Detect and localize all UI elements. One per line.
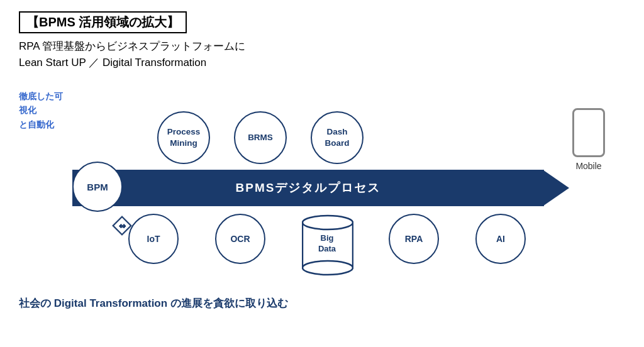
footer-text: 社会の Digital Transformation の進展を貪欲に取り込む (19, 296, 288, 311)
arrow-head (543, 170, 569, 206)
circle-iot: IoT (128, 214, 179, 264)
circle-dashboard: DashBoard (311, 111, 364, 164)
exchange-icon-ai: ⇔ (110, 214, 134, 238)
subtitle-line2: Lean Start UP ／ Digital Transformation (19, 57, 206, 69)
cylinder-bigdata: BigData (302, 214, 352, 274)
subtitle: RPA 管理基盤からビジネスプラットフォームに Lean Start UP ／ … (19, 38, 625, 70)
bottom-item-bigdata: ⇔ BigData (284, 214, 370, 274)
arrow-body: BPMSデジタルプロセス (72, 170, 544, 206)
circle-rpa: RPA (389, 214, 439, 264)
circle-ai: AI (475, 214, 526, 264)
bpms-arrow: BPMSデジタルプロセス (72, 170, 569, 206)
title-text: 【BPMS 活用領域の拡大】 (26, 15, 179, 29)
circle-process-mining: ProcessMining (157, 111, 210, 164)
bpm-circle: BPM (72, 162, 123, 212)
top-circles-group: ProcessMining BRMS DashBoard (157, 111, 364, 164)
phone-icon (572, 108, 605, 157)
left-label: 徹底した可視化 と自動化 (19, 89, 69, 131)
arrow-text: BPMSデジタルプロセス (236, 180, 381, 196)
circle-ocr: OCR (215, 214, 265, 264)
circle-brms: BRMS (234, 111, 287, 164)
svg-point-2 (303, 261, 353, 275)
mobile-label: Mobile (575, 161, 601, 171)
mobile-container: Mobile (572, 108, 605, 171)
bottom-item-rpa: ⇔ RPA (370, 214, 457, 264)
bottom-item-ai: ⇔ AI (457, 214, 544, 264)
bottom-items-group: ⇔ IoT ⇔ OCR ⇔ (110, 214, 544, 274)
title-box: 【BPMS 活用領域の拡大】 (19, 11, 187, 33)
svg-point-1 (303, 216, 353, 229)
subtitle-line1: RPA 管理基盤からビジネスプラットフォームに (19, 40, 245, 52)
main-diagram: 徹底した可視化 と自動化 ProcessMining BRMS DashBoar… (19, 77, 623, 316)
bottom-item-ocr: ⇔ OCR (197, 214, 284, 264)
